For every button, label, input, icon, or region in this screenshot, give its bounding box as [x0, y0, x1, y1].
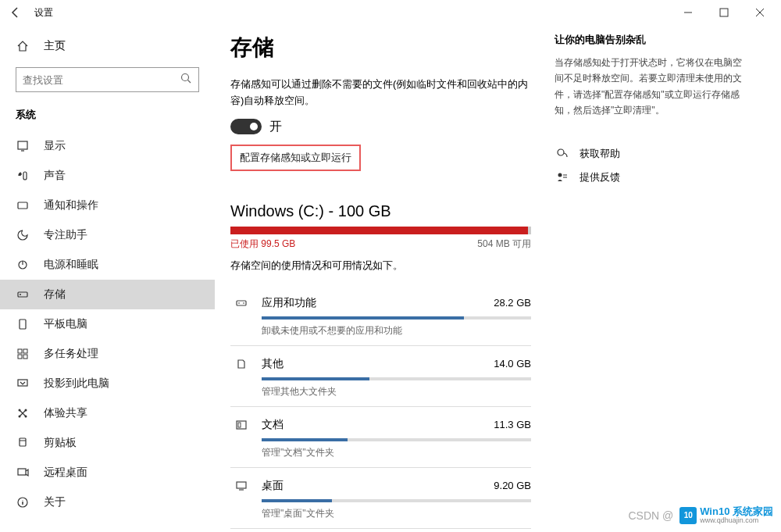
feedback-icon	[555, 171, 570, 184]
watermark-brand: Win10 系统家园	[700, 506, 773, 516]
category-name: 应用和功能	[262, 296, 494, 310]
watermark-url: www.qdhuajin.com	[700, 516, 773, 524]
configure-storage-sense-link[interactable]: 配置存储感知或立即运行	[230, 145, 361, 171]
usage-desc: 存储空间的使用情况和可用情况如下。	[230, 259, 531, 273]
sidebar-item-display[interactable]: 显示	[0, 131, 215, 161]
sidebar-item-label: 通知和操作	[44, 198, 98, 212]
titlebar: 设置	[0, 0, 781, 25]
sidebar-item-sound[interactable]: 声音	[0, 161, 215, 191]
sidebar-item-remote-desktop[interactable]: 远程桌面	[0, 458, 215, 487]
svg-rect-10	[18, 292, 27, 297]
category-size: 11.3 GB	[494, 419, 531, 430]
toggle-label: 开	[269, 119, 282, 135]
svg-rect-16	[23, 355, 27, 359]
sidebar-item-label: 剪贴板	[44, 436, 77, 450]
category-other[interactable]: 其他14.0 GB管理其他大文件夹	[230, 349, 531, 407]
focus-assist-icon	[16, 229, 30, 241]
remote-desktop-icon	[16, 466, 30, 479]
desktop-icon	[230, 480, 252, 492]
svg-point-19	[25, 409, 27, 412]
category-bar	[262, 377, 531, 380]
drive-title: Windows (C:) - 100 GB	[230, 202, 531, 220]
display-icon	[16, 140, 30, 152]
search-box[interactable]	[16, 67, 199, 92]
sound-icon	[16, 170, 30, 182]
svg-rect-22	[20, 438, 26, 446]
category-name: 文档	[262, 418, 494, 432]
sidebar-item-projecting[interactable]: 投影到此电脑	[0, 369, 215, 398]
sidebar-item-label: 显示	[44, 139, 66, 153]
watermark-csdn: CSDN @	[628, 509, 673, 522]
search-icon	[180, 72, 192, 87]
svg-rect-33	[237, 482, 246, 488]
tip-title: 让你的电脑告别杂乱	[555, 33, 750, 47]
sidebar-item-label: 体验共享	[44, 406, 87, 420]
minimize-button[interactable]	[670, 0, 706, 25]
give-feedback-link[interactable]: 提供反馈	[555, 166, 750, 189]
category-name: 桌面	[262, 479, 494, 493]
sidebar-item-about[interactable]: 关于	[0, 487, 215, 517]
documents-icon	[230, 419, 252, 431]
storage-sense-desc: 存储感知可以通过删除不需要的文件(例如临时文件和回收站中的内容)自动释放空间。	[230, 77, 531, 109]
sidebar-item-storage[interactable]: 存储	[0, 280, 215, 309]
sidebar-item-notifications[interactable]: 通知和操作	[0, 191, 215, 220]
category-size: 28.2 GB	[494, 297, 531, 309]
sidebar-item-label: 平板电脑	[44, 317, 87, 331]
power-sleep-icon	[16, 259, 30, 271]
category-subtitle: 管理"文档"文件夹	[262, 446, 531, 459]
help-icon	[555, 148, 570, 160]
category-apps[interactable]: 应用和功能28.2 GB卸载未使用或不想要的应用和功能	[230, 288, 531, 346]
sidebar-item-clipboard[interactable]: 剪贴板	[0, 428, 215, 458]
sidebar-item-label: 声音	[44, 169, 66, 183]
svg-line-3	[188, 80, 191, 84]
maximize-button[interactable]	[706, 0, 742, 25]
svg-rect-14	[23, 349, 27, 353]
give-feedback-label: 提供反馈	[580, 170, 620, 184]
used-text: 已使用 99.5 GB	[230, 237, 295, 251]
window-title: 设置	[34, 6, 53, 20]
watermark-logo-icon: 10	[679, 507, 697, 524]
svg-point-36	[558, 173, 562, 177]
aside: 让你的电脑告别杂乱 当存储感知处于打开状态时，它将仅在电脑空间不足时释放空间。若…	[555, 33, 750, 516]
sidebar-item-label: 投影到此电脑	[44, 377, 109, 391]
svg-rect-6	[23, 172, 27, 180]
category-desktop[interactable]: 桌面9.20 GB管理"桌面"文件夹	[230, 471, 531, 529]
sidebar-item-label: 关于	[44, 495, 66, 509]
svg-rect-24	[18, 469, 26, 475]
sidebar-section-title: 系统	[0, 105, 215, 131]
get-help-link[interactable]: 获取帮助	[555, 142, 750, 166]
main-content: 存储 存储感知可以通过删除不需要的文件(例如临时文件和回收站中的内容)自动释放空…	[230, 33, 531, 516]
category-subtitle: 卸载未使用或不想要的应用和功能	[262, 324, 531, 337]
storage-sense-toggle[interactable]	[230, 119, 262, 134]
sidebar-item-label: 专注助手	[44, 228, 87, 242]
sidebar-item-shared-experiences[interactable]: 体验共享	[0, 398, 215, 428]
sidebar-home[interactable]: 主页	[0, 31, 215, 61]
sidebar-item-multitasking[interactable]: 多任务处理	[0, 339, 215, 369]
svg-point-21	[25, 416, 27, 418]
svg-point-2	[182, 74, 189, 81]
back-button[interactable]	[3, 0, 28, 25]
page-title: 存储	[230, 33, 531, 62]
sidebar-item-focus-assist[interactable]: 专注助手	[0, 220, 215, 250]
category-bar	[262, 499, 531, 502]
svg-rect-1	[720, 9, 728, 16]
get-help-label: 获取帮助	[580, 147, 620, 161]
sidebar-item-power-sleep[interactable]: 电源和睡眠	[0, 250, 215, 280]
category-subtitle: 管理其他大文件夹	[262, 385, 531, 398]
category-size: 14.0 GB	[494, 358, 531, 370]
svg-rect-12	[20, 320, 26, 329]
svg-rect-15	[18, 355, 22, 359]
sidebar-item-label: 远程桌面	[44, 466, 87, 480]
category-bar	[262, 438, 531, 441]
projecting-icon	[16, 377, 30, 390]
sidebar-item-label: 多任务处理	[44, 347, 98, 361]
category-documents[interactable]: 文档11.3 GB管理"文档"文件夹	[230, 410, 531, 468]
search-input[interactable]	[23, 74, 180, 86]
clipboard-icon	[16, 437, 30, 449]
sidebar-item-label: 电源和睡眠	[44, 258, 98, 272]
shared-experiences-icon	[16, 407, 30, 420]
category-name: 其他	[262, 357, 494, 371]
sidebar-item-tablet[interactable]: 平板电脑	[0, 309, 215, 339]
close-button[interactable]	[742, 0, 778, 25]
other-icon	[230, 358, 252, 370]
